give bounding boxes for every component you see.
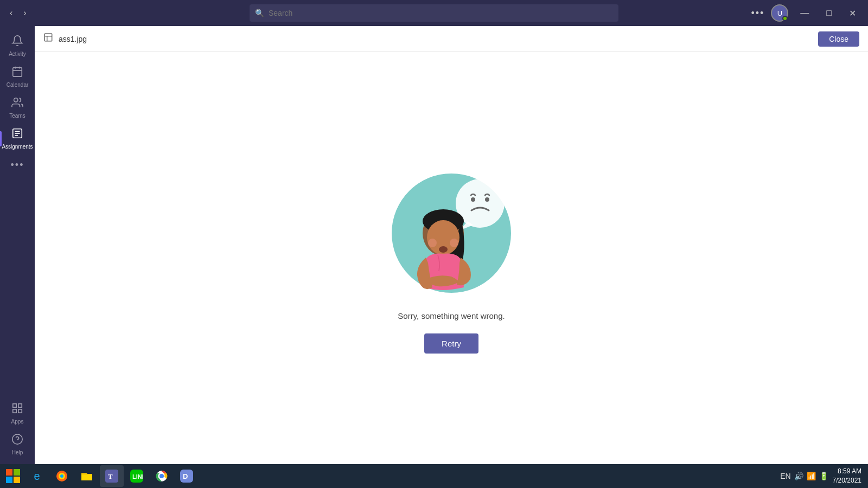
- svg-rect-29: [6, 469, 12, 476]
- file-header: ass1.jpg Close: [35, 26, 868, 52]
- sidebar-item-teams-label: Teams: [9, 113, 25, 119]
- taskbar-sys-icons: EN 🔊 📶 🔋: [780, 472, 828, 480]
- start-button[interactable]: [2, 465, 24, 487]
- error-illustration: [389, 163, 514, 298]
- taskbar-firefox[interactable]: [50, 465, 74, 487]
- taskbar-chrome[interactable]: [150, 465, 174, 487]
- chrome-icon: [155, 470, 168, 483]
- sidebar-item-help-label: Help: [12, 450, 23, 455]
- more-options-button[interactable]: •••: [751, 8, 764, 19]
- ie-icon: e: [34, 470, 40, 483]
- file-icon: [43, 33, 53, 45]
- minimize-button[interactable]: —: [795, 6, 814, 20]
- teams-icon: [11, 97, 23, 111]
- svg-point-27: [450, 239, 458, 247]
- taskbar-date: 7/20/2021: [833, 476, 861, 485]
- svg-point-28: [439, 246, 448, 253]
- title-bar-left: ‹ ›: [7, 6, 30, 20]
- calendar-icon: [11, 66, 23, 80]
- discord-icon: D: [180, 470, 193, 483]
- svg-rect-10: [18, 404, 22, 407]
- svg-point-42: [160, 474, 163, 478]
- sidebar-item-assignments-label: Assignments: [2, 144, 33, 150]
- teams-taskbar-icon: T: [105, 470, 118, 483]
- maximize-button[interactable]: □: [821, 6, 837, 20]
- svg-rect-9: [13, 404, 16, 407]
- svg-rect-15: [44, 34, 52, 41]
- taskbar: e T LINE: [0, 464, 868, 488]
- sidebar: Activity Calendar: [0, 26, 35, 464]
- svg-rect-0: [13, 68, 22, 77]
- lang-icon: EN: [780, 472, 790, 480]
- taskbar-time: 8:59 AM 7/20/2021: [833, 467, 861, 485]
- sidebar-item-assignments[interactable]: Assignments: [0, 123, 35, 154]
- svg-point-4: [14, 98, 18, 102]
- sidebar-item-activity[interactable]: Activity: [0, 30, 35, 61]
- activity-icon: [11, 35, 23, 49]
- title-bar-right: ••• U — □ ✕: [751, 4, 861, 22]
- svg-text:LINE: LINE: [132, 473, 143, 480]
- sidebar-bottom: Apps Help: [9, 398, 26, 460]
- apps-icon: [11, 402, 23, 416]
- svg-rect-12: [13, 409, 16, 413]
- error-message: Sorry, something went wrong.: [398, 311, 505, 320]
- svg-rect-32: [14, 477, 20, 483]
- search-input[interactable]: [269, 9, 613, 17]
- sidebar-more-button[interactable]: •••: [11, 154, 24, 176]
- taskbar-right: EN 🔊 📶 🔋 8:59 AM 7/20/2021: [780, 467, 866, 485]
- taskbar-ie[interactable]: e: [25, 465, 49, 487]
- svg-point-26: [428, 239, 437, 247]
- svg-text:T: T: [108, 472, 113, 480]
- svg-point-22: [485, 197, 489, 202]
- taskbar-line[interactable]: LINE: [125, 465, 149, 487]
- avatar[interactable]: U: [771, 4, 788, 22]
- assignments-icon: [11, 127, 23, 142]
- files-icon: [80, 470, 93, 483]
- back-button[interactable]: ‹: [7, 6, 16, 20]
- network-icon: 📶: [807, 472, 816, 480]
- sidebar-item-activity-label: Activity: [9, 51, 26, 57]
- sidebar-item-apps-label: Apps: [11, 419, 24, 425]
- window-close-button[interactable]: ✕: [844, 6, 861, 21]
- taskbar-clock: 8:59 AM: [833, 467, 861, 476]
- taskbar-teams[interactable]: T: [100, 465, 124, 487]
- svg-rect-30: [14, 469, 20, 476]
- search-icon: 🔍: [255, 9, 264, 17]
- online-status: [782, 16, 788, 21]
- taskbar-discord[interactable]: D: [175, 465, 199, 487]
- sidebar-item-calendar-label: Calendar: [7, 82, 29, 88]
- line-icon: LINE: [130, 470, 143, 483]
- firefox-icon: [55, 470, 68, 483]
- svg-text:D: D: [183, 472, 188, 480]
- svg-point-21: [471, 197, 475, 202]
- battery-icon: 🔋: [819, 472, 828, 480]
- forward-button[interactable]: ›: [20, 6, 29, 20]
- search-bar[interactable]: 🔍: [250, 4, 618, 22]
- sidebar-item-apps[interactable]: Apps: [9, 398, 26, 429]
- sidebar-item-help[interactable]: Help: [9, 429, 26, 460]
- svg-point-13: [12, 434, 22, 444]
- sidebar-item-calendar[interactable]: Calendar: [0, 61, 35, 92]
- error-area: Sorry, something went wrong. Retry: [35, 52, 868, 464]
- help-icon: [11, 433, 23, 447]
- app-container: Activity Calendar: [0, 26, 868, 464]
- svg-rect-31: [6, 477, 12, 483]
- main-content: ass1.jpg Close: [35, 26, 868, 464]
- svg-rect-11: [18, 409, 22, 413]
- title-bar: ‹ › 🔍 ••• U — □ ✕: [0, 0, 868, 26]
- taskbar-files[interactable]: [75, 465, 99, 487]
- retry-button[interactable]: Retry: [424, 333, 478, 354]
- svg-point-35: [60, 474, 63, 478]
- volume-icon: 🔊: [794, 472, 803, 480]
- sidebar-item-teams[interactable]: Teams: [0, 92, 35, 123]
- close-button[interactable]: Close: [818, 31, 859, 47]
- file-name: ass1.jpg: [59, 35, 87, 43]
